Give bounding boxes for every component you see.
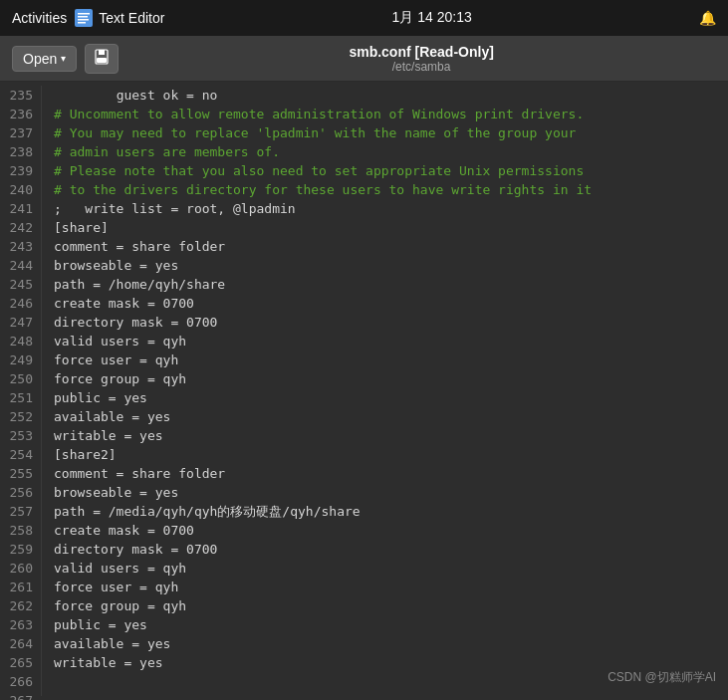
line-number: 238 bbox=[8, 142, 33, 161]
line-number: 254 bbox=[8, 445, 33, 464]
notification-bell-icon[interactable]: 🔔 bbox=[699, 10, 716, 26]
line-number: 264 bbox=[8, 634, 33, 653]
code-line: # You may need to replace 'lpadmin' with… bbox=[54, 123, 716, 142]
line-number: 253 bbox=[8, 426, 33, 445]
app-title-label: Text Editor bbox=[99, 10, 164, 26]
line-number: 237 bbox=[8, 123, 33, 142]
svg-rect-4 bbox=[78, 22, 86, 24]
code-line: directory mask = 0700 bbox=[54, 313, 716, 332]
watermark: CSDN @切糕师学AI bbox=[607, 669, 716, 686]
line-number: 263 bbox=[8, 615, 33, 634]
line-numbers: 2352362372382392402412422432442452462472… bbox=[0, 86, 42, 696]
open-button-label: Open bbox=[23, 51, 57, 67]
file-path: /etc/samba bbox=[126, 60, 716, 74]
code-line: available = yes bbox=[54, 634, 716, 653]
line-number: 240 bbox=[8, 180, 33, 199]
system-datetime: 1月 14 20:13 bbox=[392, 9, 472, 27]
file-name: smb.conf [Read-Only] bbox=[126, 44, 716, 60]
line-number: 261 bbox=[8, 578, 33, 596]
code-line: [share2] bbox=[54, 445, 716, 464]
line-number: 242 bbox=[8, 218, 33, 237]
code-line: # admin users are members of. bbox=[54, 142, 716, 161]
save-icon bbox=[94, 49, 110, 69]
code-line: valid users = qyh bbox=[54, 332, 716, 350]
line-number: 265 bbox=[8, 653, 33, 672]
line-number: 247 bbox=[8, 313, 33, 332]
code-line: path = /media/qyh/qyh的移动硬盘/qyh/share bbox=[54, 502, 716, 521]
code-line: public = yes bbox=[54, 388, 716, 407]
code-content[interactable]: guest ok = no# Uncomment to allow remote… bbox=[42, 86, 728, 696]
system-bar-left: Activities Text Editor bbox=[12, 9, 164, 27]
line-number: 258 bbox=[8, 521, 33, 540]
open-button[interactable]: Open ▾ bbox=[12, 46, 77, 72]
code-line: force user = qyh bbox=[54, 578, 716, 596]
svg-rect-1 bbox=[78, 13, 90, 15]
code-line: force group = qyh bbox=[54, 369, 716, 388]
line-number: 244 bbox=[8, 256, 33, 275]
line-number: 235 bbox=[8, 86, 33, 105]
line-number: 251 bbox=[8, 388, 33, 407]
line-number: 266 bbox=[8, 672, 33, 691]
code-line: force group = qyh bbox=[54, 596, 716, 615]
line-number: 262 bbox=[8, 596, 33, 615]
activities-button[interactable]: Activities bbox=[12, 10, 67, 26]
line-number: 236 bbox=[8, 105, 33, 123]
code-line: comment = share folder bbox=[54, 464, 716, 483]
svg-rect-7 bbox=[97, 58, 107, 63]
svg-rect-3 bbox=[78, 19, 89, 21]
code-line: # to the drivers directory for these use… bbox=[54, 180, 716, 199]
app-title-bar: Text Editor bbox=[75, 9, 164, 27]
line-number: 256 bbox=[8, 483, 33, 502]
code-line: browseable = yes bbox=[54, 256, 716, 275]
code-line: browseable = yes bbox=[54, 483, 716, 502]
code-line: comment = share folder bbox=[54, 237, 716, 256]
code-line: [share] bbox=[54, 218, 716, 237]
line-number: 259 bbox=[8, 540, 33, 559]
line-number: 243 bbox=[8, 237, 33, 256]
code-line: directory mask = 0700 bbox=[54, 540, 716, 559]
line-number: 245 bbox=[8, 275, 33, 294]
line-number: 257 bbox=[8, 502, 33, 521]
editor-area: 2352362372382392402412422432442452462472… bbox=[0, 82, 728, 700]
code-line: create mask = 0700 bbox=[54, 294, 716, 313]
svg-rect-2 bbox=[78, 16, 88, 18]
line-number: 239 bbox=[8, 161, 33, 180]
code-line: create mask = 0700 bbox=[54, 521, 716, 540]
code-line: writable = yes bbox=[54, 426, 716, 445]
system-bar-right: 🔔 bbox=[699, 10, 716, 26]
code-line: ; write list = root, @lpadmin bbox=[54, 199, 716, 218]
code-line: force user = qyh bbox=[54, 350, 716, 369]
line-number: 241 bbox=[8, 199, 33, 218]
line-number: 246 bbox=[8, 294, 33, 313]
svg-rect-6 bbox=[99, 50, 105, 55]
chevron-down-icon: ▾ bbox=[61, 53, 66, 64]
code-line: available = yes bbox=[54, 407, 716, 426]
svg-rect-0 bbox=[75, 9, 93, 27]
line-number: 260 bbox=[8, 559, 33, 578]
line-number: 250 bbox=[8, 369, 33, 388]
line-number: 249 bbox=[8, 350, 33, 369]
line-number: 248 bbox=[8, 332, 33, 350]
app-toolbar: Open ▾ smb.conf [Read-Only] /etc/samba bbox=[0, 36, 728, 82]
system-bar: Activities Text Editor 1月 14 20:13 🔔 bbox=[0, 0, 728, 36]
save-button[interactable] bbox=[85, 44, 119, 74]
code-line: public = yes bbox=[54, 615, 716, 634]
line-number: 267 bbox=[8, 691, 33, 700]
file-info: smb.conf [Read-Only] /etc/samba bbox=[126, 44, 716, 74]
code-line: guest ok = no bbox=[54, 86, 716, 105]
code-line: valid users = qyh bbox=[54, 559, 716, 578]
line-number: 255 bbox=[8, 464, 33, 483]
line-number: 252 bbox=[8, 407, 33, 426]
text-editor-app-icon bbox=[75, 9, 93, 27]
code-line: # Please note that you also need to set … bbox=[54, 161, 716, 180]
code-line: # Uncomment to allow remote administrati… bbox=[54, 105, 716, 123]
code-line: path = /home/qyh/share bbox=[54, 275, 716, 294]
